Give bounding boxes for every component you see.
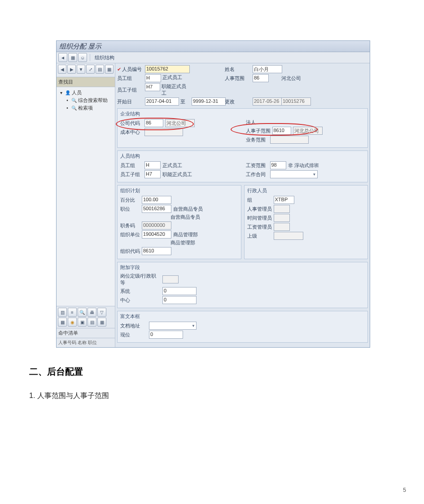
nav-extra-icon[interactable]: ▦ <box>105 65 114 74</box>
section-personnel: 人员结构 员工组 H 正式员工 员工子组 H7 职能正式员工 <box>117 150 368 182</box>
costcenter-input[interactable] <box>144 128 183 136</box>
area-code-input[interactable]: 86 <box>253 74 269 82</box>
section-enterprise-title: 企业结构 <box>120 111 365 117</box>
pos-label: 职位 <box>120 206 140 212</box>
list-icon[interactable]: ≡ <box>68 308 77 317</box>
search-term-icon: 🔍 <box>71 106 77 111</box>
file-label: 文档地址 <box>120 323 147 329</box>
pos-input[interactable]: 50016286 <box>142 205 171 213</box>
toolbar-structure-label[interactable]: 组织结构 <box>95 54 114 61</box>
hr-admin-input[interactable] <box>274 205 290 213</box>
tree: ▾ 👤 人员 • 🔍 综合搜索帮助 • 🔍 检索项 <box>57 87 115 114</box>
eg2-label: 员工组 <box>120 162 143 169</box>
cocode-text: 河北公司 <box>165 119 195 127</box>
esg2-input[interactable]: H7 <box>144 170 161 178</box>
coins-icon[interactable]: ◉ <box>68 318 77 327</box>
nav-fwd-icon[interactable]: ▶ <box>67 65 76 74</box>
person-icon[interactable]: ☺ <box>78 53 87 62</box>
back-icon[interactable]: ◄ <box>58 53 67 62</box>
toolbar: ◄ ▦ ☺ 组织结构 <box>57 52 370 63</box>
filter-icon[interactable]: ▽ <box>97 308 106 317</box>
ou-text2: 商品管理部 <box>170 239 195 246</box>
bizarea-input[interactable] <box>270 136 309 144</box>
esg2-label: 员工子组 <box>120 171 143 178</box>
cur-input[interactable]: 0 <box>149 331 183 339</box>
wfa-label: 工资范围 <box>246 162 268 169</box>
lvl-label: 岗位定级/行政职等 <box>120 273 161 286</box>
copy-icon[interactable]: ▣ <box>78 318 87 327</box>
nav-back-icon[interactable]: ◀ <box>58 65 66 74</box>
okey-input[interactable]: 8610 <box>142 247 171 255</box>
time-admin-input[interactable] <box>274 214 290 222</box>
chevron-down-icon: ▼ <box>313 172 316 177</box>
area-text: 河北公司 <box>281 75 317 82</box>
person-no-input[interactable]: 10015762 <box>145 65 190 73</box>
pos-text1: 自营商品专员 <box>173 206 203 212</box>
left-panel: ◀ ▶ ▼ ⤢ ▤ ▦ 查找目 ▾ 👤 人员 • 🔍 <box>57 63 115 347</box>
eg-code-input[interactable]: H <box>145 74 161 82</box>
esub-label: 员工子组 <box>117 87 143 93</box>
glass-icon[interactable]: 🔍 <box>78 308 87 317</box>
required-icon: ✔ <box>117 66 121 72</box>
okey-label: 组织代码 <box>120 248 140 255</box>
cocode-input[interactable]: 86 <box>144 119 163 127</box>
page-number: 5 <box>403 487 406 493</box>
psub-input[interactable]: 8610 <box>272 127 291 135</box>
esub-code-input[interactable]: H7 <box>145 83 160 91</box>
sheet-icon[interactable]: ▦ <box>68 53 77 62</box>
section-orgplan: 组织计划 百分比100.00 职位50016286自营商品专员 自营商品专员 职… <box>117 185 241 259</box>
eg2-input[interactable]: H <box>144 161 161 169</box>
section-notes-title: 富文本框 <box>120 313 365 320</box>
search-section-title: 查找目 <box>57 77 115 87</box>
supervisor-label: 上级 <box>247 233 272 239</box>
grid-icon[interactable]: ▦ <box>58 318 67 327</box>
window-title: 组织分配 显示 <box>57 41 370 52</box>
ou-input[interactable]: 19004520 <box>142 230 171 239</box>
eg-text: 正式员工 <box>162 74 182 82</box>
nav-expand-icon[interactable]: ⤢ <box>86 65 95 74</box>
ou-text1: 商品管理部 <box>173 231 198 238</box>
print-icon[interactable]: 🖶 <box>87 308 96 317</box>
chevron-down-icon: ▼ <box>192 324 195 328</box>
section-additional-title: 附加字段 <box>120 264 365 271</box>
job-input[interactable]: 00000000 <box>142 221 171 230</box>
end-date-input[interactable]: 9999-12-31 <box>192 97 226 106</box>
section-notes: 富文本框 文档地址 ▼ 现位 0 <box>117 311 368 343</box>
file-select[interactable]: ▼ <box>149 322 197 330</box>
time-admin-label: 时间管理员 <box>247 215 272 221</box>
pct-label: 百分比 <box>120 197 140 203</box>
nav-menu-icon[interactable]: ▼ <box>77 65 85 74</box>
start-label: 开始日 <box>117 98 143 105</box>
tree-toggle-icon[interactable]: ▾ <box>58 90 64 96</box>
legal-label: 法人 <box>246 119 268 126</box>
admin-grp-input[interactable]: XTBP <box>274 196 294 204</box>
section-admin: 行政人员 组XTBP 人事管理员 时间管理员 工资管理员 上级 <box>244 185 368 259</box>
tree-item-a[interactable]: 综合搜索帮助 <box>78 97 108 104</box>
bullet-icon: • <box>65 98 70 103</box>
left-small-toolbar: ▥ ≡ 🔍 🖶 ▽ ▦ ◉ ▣ ▤ ▦ <box>57 306 115 328</box>
person-no-label: ✔人员编号 <box>117 66 143 73</box>
wfa-input[interactable]: 98 <box>270 161 286 169</box>
sys-label: 系统 <box>120 288 161 295</box>
pay-admin-input[interactable] <box>274 223 290 231</box>
change-by: 10015276 <box>281 97 311 106</box>
start-date-input[interactable]: 2017-04-01 <box>145 97 179 106</box>
sheet2-icon[interactable]: ▤ <box>87 318 96 327</box>
sys-input[interactable]: 0 <box>162 287 197 295</box>
columns-icon[interactable]: ▥ <box>58 308 67 317</box>
cur-label: 现位 <box>120 332 147 338</box>
pct-input[interactable]: 100.00 <box>142 196 171 204</box>
contract-select[interactable]: ▼ <box>270 170 318 178</box>
section-admin-title: 行政人员 <box>247 187 365 194</box>
main-form: ✔人员编号 10015762 姓名 白小月 员工组 H 正式员工 人事范围 86 <box>115 63 370 347</box>
tree-item-b[interactable]: 检索项 <box>78 105 93 111</box>
tree-person-label[interactable]: 人员 <box>72 89 82 96</box>
layout-icon[interactable]: ▦ <box>97 318 106 327</box>
lvl-input[interactable] <box>162 275 179 283</box>
search-help-icon: 🔍 <box>71 98 77 103</box>
name-input[interactable]: 白小月 <box>253 65 282 73</box>
area-label: 人事范围 <box>225 75 251 82</box>
nav-page-icon[interactable]: ▤ <box>96 65 104 74</box>
ctr-input[interactable]: 0 <box>162 296 197 304</box>
supervisor-input[interactable] <box>274 232 303 240</box>
